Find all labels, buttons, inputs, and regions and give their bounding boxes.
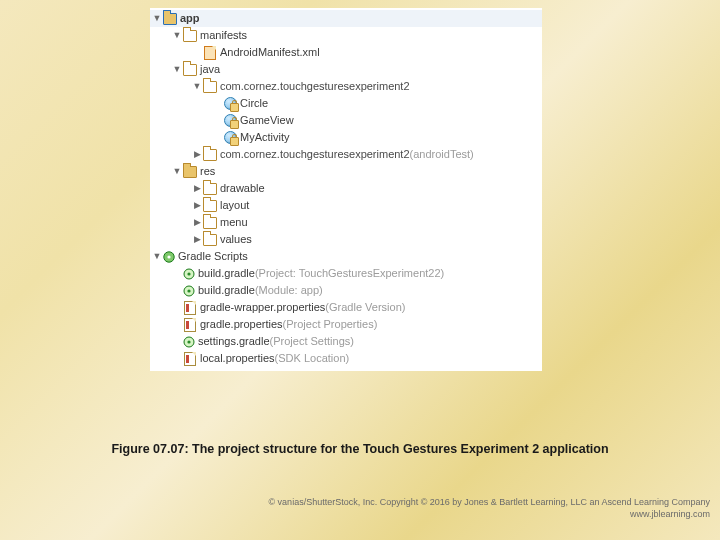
svg-point-1 [167, 255, 170, 258]
tree-node-values[interactable]: ▶ values [150, 231, 542, 248]
chevron-down-icon[interactable]: ▼ [152, 250, 162, 264]
tree-node-class-gameview[interactable]: GameView [150, 112, 542, 129]
tree-node-res[interactable]: ▼ res [150, 163, 542, 180]
tree-label: java [200, 61, 220, 78]
folder-icon [203, 199, 217, 213]
properties-file-icon [183, 318, 197, 332]
tree-node-java[interactable]: ▼ java [150, 61, 542, 78]
class-c-icon [223, 131, 237, 145]
tree-node-build-gradle-project[interactable]: build.gradle (Project: TouchGesturesExpe… [150, 265, 542, 282]
copyright-line: © vanias/ShutterStock, Inc. Copyright © … [268, 496, 710, 508]
chevron-right-icon[interactable]: ▶ [192, 182, 202, 196]
tree-label-suffix: (Gradle Version) [325, 299, 405, 316]
tree-label: res [200, 163, 215, 180]
tree-label: gradle.properties [200, 316, 283, 333]
folder-icon [183, 29, 197, 43]
chevron-right-icon[interactable]: ▶ [192, 148, 202, 162]
folder-icon [163, 12, 177, 26]
class-c-icon [223, 114, 237, 128]
svg-point-7 [187, 340, 190, 343]
tree-node-gradle-wrapper[interactable]: gradle-wrapper.properties (Gradle Versio… [150, 299, 542, 316]
tree-label: menu [220, 214, 248, 231]
properties-file-icon [183, 352, 197, 366]
tree-label: build.gradle [198, 282, 255, 299]
tree-node-layout[interactable]: ▶ layout [150, 197, 542, 214]
tree-node-gradle-properties[interactable]: gradle.properties (Project Properties) [150, 316, 542, 333]
gradle-icon [163, 251, 175, 263]
tree-node-manifest-file[interactable]: AndroidManifest.xml [150, 44, 542, 61]
project-tree-panel: ▼ app ▼ manifests AndroidManifest.xml ▼ … [150, 8, 542, 371]
chevron-down-icon[interactable]: ▼ [172, 29, 182, 43]
svg-point-3 [187, 272, 190, 275]
tree-label: com.cornez.touchgesturesexperiment2 [220, 146, 410, 163]
tree-label: drawable [220, 180, 265, 197]
tree-label-suffix: (Project Settings) [270, 333, 354, 350]
tree-node-gradle-scripts[interactable]: ▼ Gradle Scripts [150, 248, 542, 265]
folder-icon [203, 233, 217, 247]
gradle-file-icon [183, 336, 195, 348]
tree-label: com.cornez.touchgesturesexperiment2 [220, 78, 410, 95]
tree-node-package-test[interactable]: ▶ com.cornez.touchgesturesexperiment2 (a… [150, 146, 542, 163]
tree-label-suffix: (SDK Location) [275, 350, 350, 367]
package-icon [203, 148, 217, 162]
package-icon [203, 80, 217, 94]
tree-label: AndroidManifest.xml [220, 44, 320, 61]
tree-label: settings.gradle [198, 333, 270, 350]
tree-node-menu[interactable]: ▶ menu [150, 214, 542, 231]
folder-icon [183, 63, 197, 77]
chevron-right-icon[interactable]: ▶ [192, 216, 202, 230]
chevron-right-icon[interactable]: ▶ [192, 233, 202, 247]
tree-label: gradle-wrapper.properties [200, 299, 325, 316]
tree-node-class-circle[interactable]: Circle [150, 95, 542, 112]
folder-icon [203, 216, 217, 230]
tree-label-suffix: (Project: TouchGesturesExperiment22) [255, 265, 444, 282]
tree-label-suffix: (androidTest) [410, 146, 474, 163]
tree-label: GameView [240, 112, 294, 129]
properties-file-icon [183, 301, 197, 315]
figure-caption: Figure 07.07: The project structure for … [0, 442, 720, 456]
tree-node-local-properties[interactable]: local.properties (SDK Location) [150, 350, 542, 367]
svg-point-5 [187, 289, 190, 292]
chevron-right-icon[interactable]: ▶ [192, 199, 202, 213]
copyright-block: © vanias/ShutterStock, Inc. Copyright © … [268, 496, 710, 520]
chevron-down-icon[interactable]: ▼ [152, 12, 162, 26]
tree-node-manifests[interactable]: ▼ manifests [150, 27, 542, 44]
tree-label: values [220, 231, 252, 248]
chevron-down-icon[interactable]: ▼ [172, 63, 182, 77]
tree-label: manifests [200, 27, 247, 44]
folder-icon [183, 165, 197, 179]
tree-node-class-myactivity[interactable]: MyActivity [150, 129, 542, 146]
xml-file-icon [203, 46, 217, 60]
gradle-file-icon [183, 268, 195, 280]
gradle-file-icon [183, 285, 195, 297]
tree-label-suffix: (Module: app) [255, 282, 323, 299]
tree-label: build.gradle [198, 265, 255, 282]
tree-label: layout [220, 197, 249, 214]
tree-label-suffix: (Project Properties) [283, 316, 378, 333]
tree-node-drawable[interactable]: ▶ drawable [150, 180, 542, 197]
tree-label: Circle [240, 95, 268, 112]
chevron-down-icon[interactable]: ▼ [192, 80, 202, 94]
tree-node-build-gradle-module[interactable]: build.gradle (Module: app) [150, 282, 542, 299]
tree-label: MyActivity [240, 129, 290, 146]
chevron-down-icon[interactable]: ▼ [172, 165, 182, 179]
class-c-icon [223, 97, 237, 111]
tree-node-package-main[interactable]: ▼ com.cornez.touchgesturesexperiment2 [150, 78, 542, 95]
tree-node-app[interactable]: ▼ app [150, 10, 542, 27]
copyright-url: www.jblearning.com [268, 508, 710, 520]
tree-label: Gradle Scripts [178, 248, 248, 265]
tree-label: app [180, 10, 200, 27]
tree-node-settings-gradle[interactable]: settings.gradle (Project Settings) [150, 333, 542, 350]
tree-label: local.properties [200, 350, 275, 367]
folder-icon [203, 182, 217, 196]
